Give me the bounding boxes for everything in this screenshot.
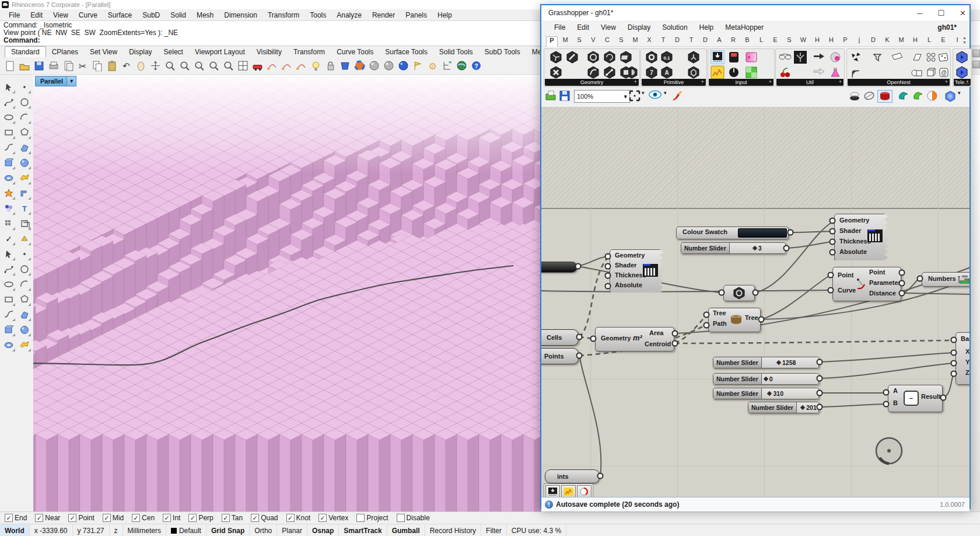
menu-dimension[interactable]: Dimension [219,11,262,20]
palette-expand-icon[interactable]: + [701,79,704,85]
gh-category-tab-13[interactable]: R [728,36,738,43]
sidebar-tool-single-point[interactable] [17,79,32,94]
tree-icon[interactable] [793,50,807,64]
zoom-dynamic-icon[interactable] [163,59,177,73]
menu-panels[interactable]: Panels [400,11,432,20]
gh-category-tab-29[interactable]: I [952,36,963,43]
status-world[interactable]: World [0,524,30,536]
seven-icon[interactable]: 7 [645,65,659,79]
node-port[interactable] [817,359,823,366]
node-port[interactable] [719,290,725,296]
undo-icon[interactable]: ↶ [119,59,133,73]
tele-out-icon[interactable] [955,65,969,79]
x-icon[interactable] [549,65,563,79]
slider-grip[interactable] [752,246,757,250]
palette-group-label[interactable]: OpenNest+ [848,79,950,86]
sidebar-tool-text-object[interactable] [1,262,16,276]
subtraction-node[interactable]: AB−Result [888,385,943,412]
sidebar-tool-rectangle[interactable] [17,125,32,140]
sidebar-tool-fillet[interactable] [1,246,16,261]
parallelogram-icon[interactable] [910,50,924,64]
node-port[interactable] [817,390,823,396]
number-slider-d[interactable]: Number Slider201 [748,402,819,413]
toolbar-tab-set-view[interactable]: Set View [84,47,123,57]
node-port[interactable] [830,249,836,256]
menu-mesh[interactable]: Mesh [191,11,219,20]
solver-teal-icon[interactable] [897,90,910,102]
text-icon[interactable]: A [660,65,674,79]
menu-transform[interactable]: Transform [262,11,304,20]
hexgon-icon[interactable] [687,65,701,79]
node-port[interactable] [783,245,790,252]
menu-render[interactable]: Render [367,11,400,20]
relay-icon[interactable] [812,50,826,64]
wifi-icon[interactable] [849,65,863,79]
osnap-cen[interactable]: ✓Cen [132,514,155,522]
viewport-tab-dropdown-icon[interactable]: ▼ [66,76,76,86]
osnap-disable[interactable]: Disable [397,514,430,522]
node-port[interactable] [605,283,611,290]
color-wheel-icon[interactable] [352,59,366,73]
save-icon[interactable] [32,59,46,73]
widget-compass-icon[interactable] [577,485,592,497]
toolbar-tab-transform[interactable]: Transform [288,47,331,57]
number-slider-a[interactable]: Number Slider1258 [713,357,819,368]
sidebar-tool-circle[interactable] [1,110,16,124]
zoom-window-icon[interactable] [177,59,191,73]
close-button[interactable]: ✕ [960,9,966,18]
sidebar-tool-box[interactable] [1,170,16,185]
osnap-knot[interactable]: ✓Knot [286,514,311,522]
lamp-icon[interactable] [309,59,323,73]
toolbar-tab-display[interactable]: Display [123,47,158,57]
menu-tools[interactable]: Tools [304,11,331,20]
preview-shaded-icon[interactable] [877,90,892,103]
sidebar-tool-select[interactable] [1,79,16,94]
toolbar-tab-viewport-layout[interactable]: Viewport Layout [189,47,251,57]
circles-icon[interactable] [924,50,938,64]
plane-icon[interactable] [619,50,633,64]
node-port[interactable] [883,389,890,396]
node-port[interactable] [605,253,611,260]
toolbar-tab-cplanes[interactable]: CPlanes [46,47,84,57]
palette-expand-icon[interactable]: + [634,79,637,85]
number-slider-b[interactable]: Number Slider0 [713,373,819,385]
linetype-tree-icon[interactable] [440,59,454,73]
sidebar-tool-mesh-drape[interactable] [1,337,16,352]
node-port[interactable] [672,340,678,347]
rotate-view-icon[interactable] [221,59,235,73]
menu-subd[interactable]: SubD [137,11,165,20]
custom-preview-node[interactable]: GeometryShaderThicknessAbsolute [610,249,664,294]
node-port[interactable] [828,287,834,294]
gh-category-tab-20[interactable]: H [826,36,836,43]
slider-track[interactable]: 1258 [762,357,818,368]
open-document-icon[interactable] [545,90,556,102]
osnap-vertex[interactable]: ✓Vertex [318,514,348,522]
print-icon[interactable] [46,59,60,73]
move-object-icon[interactable] [250,59,264,73]
gh-category-tab-10[interactable]: T [686,36,696,43]
import-slider-icon[interactable] [710,50,724,64]
custom-preview-node[interactable]: GeometryShaderThicknessAbsolute [834,214,889,262]
menu-view[interactable]: View [48,11,74,20]
transform-tools-icon[interactable] [265,59,279,73]
node-port[interactable] [590,336,597,342]
cube-icon[interactable] [924,65,938,79]
sidebar-tool-boolean-difference[interactable] [17,231,32,246]
chevron-down-icon[interactable]: ▾ [958,90,961,96]
toggle-icon[interactable] [727,50,741,64]
palette-expand-icon[interactable]: + [966,79,969,85]
palette-group-label[interactable]: Util+ [776,79,844,86]
render-sphere-gray-icon[interactable] [367,59,381,73]
osnap-checkbox-int[interactable]: ✓ [163,514,171,522]
sheet-icon[interactable] [890,50,904,64]
lock-icon[interactable] [323,59,337,73]
status-y-731-27[interactable]: y 731.27 [73,524,110,536]
swatch-color[interactable] [738,228,787,238]
paintbrush-icon[interactable] [671,90,684,102]
open-file-icon[interactable] [17,59,31,73]
panel-icon[interactable] [972,61,980,68]
node-port[interactable] [576,353,583,359]
osnap-checkbox-disable[interactable] [397,514,405,522]
node-port[interactable] [951,337,957,343]
node-port[interactable] [817,375,823,382]
